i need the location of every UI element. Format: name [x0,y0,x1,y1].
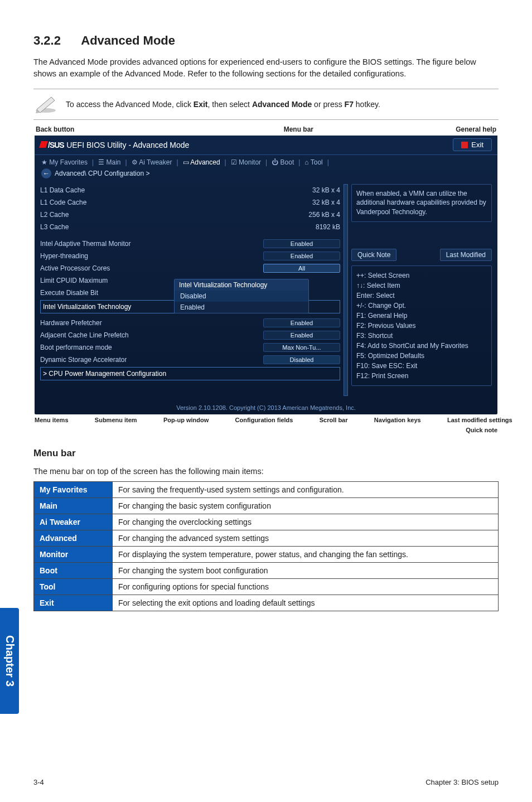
config-field[interactable]: Enabled [263,318,340,327]
back-arrow-icon[interactable]: ← [41,168,51,178]
config-item[interactable]: Intel Adaptive Thermal Monitor [40,240,131,248]
note-box: To access the Advanced Mode, click Exit,… [33,89,499,120]
callout-submenu: Submenu item [95,417,137,423]
config-field[interactable]: Enabled [263,331,340,340]
bios-title-group: /SUS UEFI BIOS Utility - Advanced Mode [40,140,189,150]
callout-popup: Pop-up window [163,417,209,423]
callout-quick-note: Quick note [35,427,497,433]
page-number: 3-4 [33,778,44,786]
general-help-box: When enabled, a VMM can utilize the addi… [351,184,492,222]
breadcrumb: ← Advanced\ CPU Configuration > [35,167,497,182]
popup-window: Intel Virtualization Technology Disabled… [174,279,309,313]
label-menu-bar: Menu bar [284,125,313,133]
config-field[interactable]: Max Non-Tu... [263,343,340,352]
section-heading: 3.2.2 Advanced Mode [33,33,499,48]
config-item[interactable]: Boot performance mode [40,344,112,351]
submenu-item[interactable]: > CPU Power Management Configuration [40,367,340,380]
table-row: MainFor changing the basic system config… [34,498,499,514]
quick-note-button[interactable]: Quick Note [351,249,396,261]
section-title: Advanced Mode [81,33,175,47]
config-item[interactable]: Limit CPUID Maximum [40,277,108,284]
menubar-table: My FavoritesFor saving the frequently-us… [33,481,499,611]
popup-option[interactable]: Enabled [175,302,308,313]
list-item: L2 Cache [40,211,69,219]
table-row: BootFor changing the system boot configu… [34,563,499,579]
brand-logo: /SUS [40,141,64,149]
tab-boot[interactable]: ⏻ Boot [272,158,294,166]
page-footer: 3-4 Chapter 3: BIOS setup [33,778,499,786]
label-general-help: General help [456,125,496,133]
note-text: To access the Advanced Mode, click Exit,… [66,100,380,109]
tab-monitor[interactable]: ☑ Monitor [231,158,261,166]
callout-row: Menu items Submenu item Pop-up window Co… [35,417,497,433]
config-item[interactable]: Adjacent Cache Line Prefetch [40,331,129,339]
config-field[interactable]: Enabled [263,239,340,248]
bios-window-title: UEFI BIOS Utility - Advanced Mode [66,141,189,149]
menubar-intro: The menu bar on top of the screen has th… [33,467,499,476]
callout-last-modified: Last modified settings [447,417,497,423]
table-row: MonitorFor displaying the system tempera… [34,547,499,563]
tab-tool[interactable]: ⌂ Tool [304,158,322,166]
top-label-row: Back button Menu bar General help [36,125,496,133]
footer-title: Chapter 3: BIOS setup [425,778,499,786]
navigation-keys-box: ++: Select Screen ↑↓: Select Item Enter:… [351,265,492,386]
callout-scroll: Scroll bar [320,417,348,423]
config-field[interactable]: All [263,264,340,273]
menubar-heading: Menu bar [33,448,499,459]
callout-menu-items: Menu items [35,417,69,423]
menu-bar-tabs[interactable]: ★ My Favorites | ☰ Main | ⚙ Ai Tweaker |… [35,155,497,167]
scroll-bar[interactable] [344,184,348,396]
list-item: L3 Cache [40,223,69,231]
tab-ai-tweaker[interactable]: ⚙ Ai Tweaker [132,158,172,166]
breadcrumb-text: Advanced\ CPU Configuration > [55,170,149,177]
callout-nav: Navigation keys [374,417,421,423]
version-text: Version 2.10.1208. Copyright (C) 2013 Am… [35,404,497,411]
tab-favorites[interactable]: ★ My Favorites [41,158,88,166]
config-field[interactable]: Enabled [263,252,340,260]
config-item[interactable]: Dynamic Storage Accelerator [40,356,127,364]
config-item[interactable]: Execute Disable Bit [40,289,98,297]
section-number: 3.2.2 [33,33,78,48]
exit-icon [461,142,468,148]
chapter-sidebar: Chapter 3 [0,608,19,714]
bios-screenshot: /SUS UEFI BIOS Utility - Advanced Mode E… [35,136,497,414]
exit-button[interactable]: Exit [453,138,492,151]
intro-paragraph: The Advanced Mode provides advanced opti… [33,56,499,80]
tab-advanced[interactable]: ▭ Advanced [183,158,220,166]
config-item[interactable]: Active Processor Cores [40,264,110,272]
config-item[interactable]: Hardware Prefetcher [40,319,102,327]
table-row: AdvancedFor changing the advanced system… [34,530,499,547]
config-item[interactable]: Hyper-threading [40,252,88,260]
last-modified-button[interactable]: Last Modified [440,249,492,261]
tab-main[interactable]: ☰ Main [98,158,120,166]
table-row: ExitFor selecting the exit options and l… [34,595,499,611]
list-item: L1 Code Cache [40,199,86,206]
popup-title: Intel Virtualization Technology [175,279,308,291]
table-row: Ai TweakerFor changing the overclocking … [34,514,499,530]
table-row: My FavoritesFor saving the frequently-us… [34,482,499,498]
label-back-button: Back button [36,125,74,133]
pencil-icon [33,95,58,114]
popup-option[interactable]: Disabled [175,291,308,302]
callout-config: Configuration fields [235,417,293,423]
table-row: ToolFor configuring options for special … [34,579,499,595]
config-field[interactable]: Disabled [263,355,340,364]
list-item: L1 Data Cache [40,186,85,194]
